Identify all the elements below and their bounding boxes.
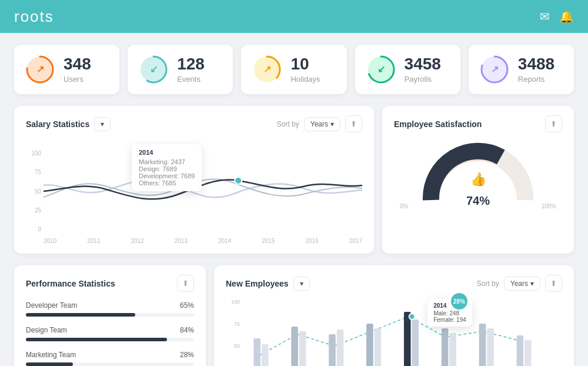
perf-design-bar xyxy=(26,338,167,341)
new-emp-chart-area: 2014 Male: 248 Female: 194 28% 100 75 50… xyxy=(226,299,562,366)
header-icons: ✉ 🔔 xyxy=(540,9,574,24)
users-ring-icon: ↗ xyxy=(25,54,55,85)
perf-item-design-header: Design Team 84% xyxy=(26,326,194,334)
perf-item-developer: Developer Team 65% xyxy=(26,301,194,317)
perf-design-value: 84% xyxy=(180,326,194,334)
new-emp-title: New Employees xyxy=(226,279,289,288)
charts-row: Salary Statistics ▾ Sort by Years ▾ ⬆ 20… xyxy=(14,106,574,254)
salary-chart-area: 2014 Marketing: 2437 Design: 7689 Develo… xyxy=(26,150,362,244)
mail-icon[interactable]: ✉ xyxy=(540,9,550,24)
payrolls-label: Payrolls xyxy=(405,75,441,84)
svg-rect-33 xyxy=(517,335,524,366)
svg-rect-30 xyxy=(449,333,456,366)
tooltip-row-0: Marketing: 2437 xyxy=(139,158,195,165)
new-emp-sort-btn[interactable]: Years ▾ xyxy=(504,277,540,291)
payrolls-info: 3458 Payrolls xyxy=(405,56,441,84)
new-emp-dropdown-btn[interactable]: ▾ xyxy=(293,277,310,291)
salary-chart-card: Salary Statistics ▾ Sort by Years ▾ ⬆ 20… xyxy=(14,106,374,254)
perf-mktg-bar-bg xyxy=(26,362,194,366)
svg-rect-27 xyxy=(412,320,419,366)
svg-rect-31 xyxy=(479,324,486,366)
perf-dev-bar-bg xyxy=(26,313,194,317)
svg-rect-19 xyxy=(262,344,269,366)
stat-card-payrolls: ↙ 3458 Payrolls xyxy=(355,45,460,94)
events-number: 128 xyxy=(177,56,205,72)
stat-card-events: ↙ 128 Events xyxy=(128,45,233,94)
new-emp-title-area: New Employees ▾ xyxy=(226,277,310,291)
new-emp-download-btn[interactable]: ⬆ xyxy=(545,275,562,292)
new-emp-header: New Employees ▾ Sort by Years ▾ ⬆ xyxy=(226,275,562,292)
employee-satisfaction-card: Employee Satisfaction ⬆ 👍 74% xyxy=(382,106,574,254)
svg-text:↙: ↙ xyxy=(377,64,385,74)
perf-title-row: Performance Statistics ⬆ xyxy=(26,275,194,292)
stat-cards-row: ↗ 348 Users ↙ 128 Events ↗ xyxy=(14,45,574,94)
bar-tooltip-pct: 28% xyxy=(451,293,467,310)
salary-title-area: Salary Statistics ▾ xyxy=(26,117,111,131)
satisfaction-title: Employee Satisfaction xyxy=(394,119,482,129)
perf-mktg-bar xyxy=(26,362,73,366)
gauge-svg: 👍 74% xyxy=(419,135,537,212)
perf-dev-label: Developer Team xyxy=(26,301,77,310)
svg-rect-24 xyxy=(366,324,373,366)
salary-chart-title: Salary Statistics xyxy=(26,119,89,129)
salary-sort-btn[interactable]: Years ▾ xyxy=(304,117,340,131)
svg-rect-25 xyxy=(375,328,382,366)
salary-sort-area: Sort by Years ▾ ⬆ xyxy=(277,115,362,132)
stat-card-reports: ↗ 3488 Reports xyxy=(469,45,574,94)
svg-point-15 xyxy=(235,177,242,184)
reports-ring-icon: ↗ xyxy=(479,54,510,85)
svg-rect-21 xyxy=(299,331,306,366)
salary-dropdown-btn[interactable]: ▾ xyxy=(94,117,111,131)
salary-chart-tooltip: 2014 Marketing: 2437 Design: 7689 Develo… xyxy=(132,144,202,191)
perf-item-marketing: Marketing Team 28% xyxy=(26,351,194,366)
payrolls-number: 3458 xyxy=(405,56,441,72)
svg-text:↗: ↗ xyxy=(263,64,271,74)
svg-text:↗: ↗ xyxy=(490,64,498,74)
payrolls-ring-icon: ↙ xyxy=(366,54,396,85)
salary-chart-header: Salary Statistics ▾ Sort by Years ▾ ⬆ xyxy=(26,115,362,132)
perf-design-label: Design Team xyxy=(26,326,67,334)
salary-download-btn[interactable]: ⬆ xyxy=(345,115,362,132)
new-employees-card: New Employees ▾ Sort by Years ▾ ⬆ 2014 M… xyxy=(214,265,574,366)
salary-svg-area xyxy=(44,150,362,232)
perf-mktg-label: Marketing Team xyxy=(26,351,76,359)
perf-item-developer-header: Developer Team 65% xyxy=(26,301,194,310)
salary-sort-label: Sort by xyxy=(277,120,299,128)
reports-number: 3488 xyxy=(518,56,554,72)
svg-rect-22 xyxy=(329,334,336,366)
tooltip-row-3: Others: 7685 xyxy=(139,179,195,187)
svg-rect-34 xyxy=(524,340,532,366)
users-info: 348 Users xyxy=(64,56,91,84)
bell-icon[interactable]: 🔔 xyxy=(559,9,574,24)
bottom-row: Performance Statistics ⬆ Developer Team … xyxy=(14,265,574,366)
reports-label: Reports xyxy=(518,75,554,84)
salary-y-labels: 100 75 50 25 0 xyxy=(26,150,44,232)
perf-download-btn[interactable]: ⬆ xyxy=(177,275,194,292)
perf-dev-value: 65% xyxy=(180,301,194,310)
svg-text:74%: 74% xyxy=(466,194,490,207)
tooltip-year: 2014 xyxy=(139,149,195,156)
gauge-container: 👍 74% xyxy=(394,132,562,215)
salary-x-labels: 2010 2011 2012 2013 2014 2015 2016 2017 xyxy=(44,238,362,244)
users-label: Users xyxy=(64,75,91,84)
users-number: 348 xyxy=(64,56,91,72)
svg-text:↙: ↙ xyxy=(150,64,158,74)
satisfaction-download-btn[interactable]: ⬆ xyxy=(545,115,562,132)
logo: roots xyxy=(14,8,54,26)
svg-rect-20 xyxy=(291,327,298,366)
svg-rect-18 xyxy=(253,338,260,366)
bar-tooltip-male: Male: 248 xyxy=(433,310,466,317)
tooltip-row-1: Design: 7689 xyxy=(139,165,195,172)
svg-rect-23 xyxy=(337,330,344,366)
holidays-number: 10 xyxy=(290,56,320,72)
events-info: 128 Events xyxy=(177,56,205,84)
tooltip-row-2: Development: 7689 xyxy=(139,172,195,179)
holidays-ring-icon: ↗ xyxy=(252,54,282,85)
perf-title-text: Performance Statistics xyxy=(26,279,115,288)
reports-info: 3488 Reports xyxy=(518,56,554,84)
events-ring-icon: ↙ xyxy=(138,54,169,85)
bar-tooltip-female: Female: 194 xyxy=(433,317,466,323)
perf-item-design: Design Team 84% xyxy=(26,326,194,341)
perf-dev-bar xyxy=(26,313,135,317)
bar-y-labels: 100 75 50 25 xyxy=(226,299,242,366)
